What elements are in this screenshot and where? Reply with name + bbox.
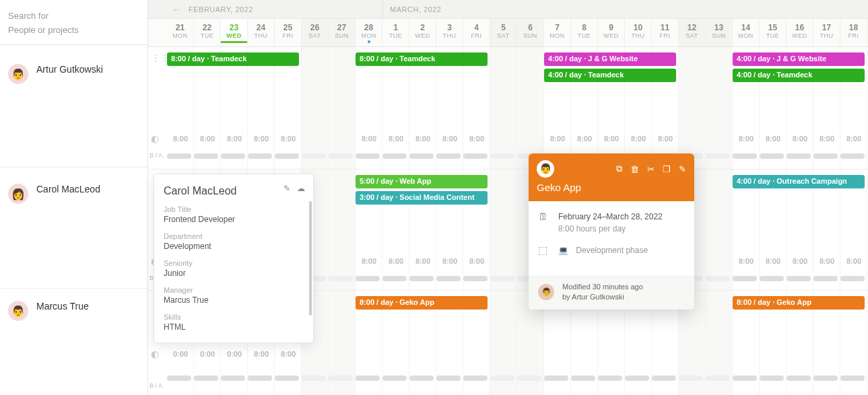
day-column[interactable]: 2WED [409, 19, 436, 46]
day-column[interactable]: 11FRI [652, 19, 679, 46]
day-column[interactable]: 4FRI [463, 19, 490, 46]
capacity-pill [409, 153, 434, 159]
capacity-pill [382, 276, 407, 281]
copy-icon[interactable]: ⧉ [616, 164, 622, 174]
capacity-pill [356, 375, 380, 381]
person-row[interactable]: 👨Marcus True [0, 289, 147, 395]
day-column[interactable]: 25FRI [275, 19, 302, 46]
moon-icon: ◐ [151, 133, 159, 144]
capacity-pill [517, 375, 541, 381]
day-column[interactable]: 9WED [598, 19, 625, 46]
day-column[interactable]: 8TUE [571, 19, 598, 46]
person-detail-card: Carol MacLeod ✎ ☁ Job TitleFrontend Deve… [154, 174, 314, 343]
day-column[interactable]: 22TUE [194, 19, 221, 46]
person-row[interactable]: 👩Carol MacLeod [0, 168, 147, 289]
capacity-pill [840, 276, 865, 281]
capacity-pill [436, 276, 461, 281]
booking-bar[interactable]: 5:00 / day · Web App [356, 175, 488, 188]
booking-bar[interactable]: 8:00 / day · Geko App [733, 296, 865, 310]
day-column[interactable]: 10THU [625, 19, 652, 46]
month-bar: ← FEBRUARY, 2022 MARCH, 2022 [148, 0, 868, 19]
capacity-pill [625, 375, 649, 381]
capacity-pill [787, 276, 811, 281]
month-label-feb: FEBRUARY, 2022 [186, 5, 253, 13]
popover-hours: 8:00 hours per day [558, 223, 663, 235]
sidebar: Search for People or projects 👨Artur Gut… [0, 0, 148, 395]
day-column[interactable]: 16WED [787, 19, 813, 46]
detail-field-label: Job Title [164, 205, 302, 213]
day-column[interactable]: 28MON [356, 19, 382, 46]
laptop-icon: 💻 [558, 246, 568, 255]
day-column[interactable]: 15TUE [760, 19, 787, 46]
capacity-pill [221, 375, 245, 381]
ba-label: B / A [149, 152, 162, 159]
cloud-icon[interactable]: ☁ [297, 184, 305, 193]
capacity-pill [302, 153, 326, 159]
capacity-pill [248, 375, 272, 381]
day-column[interactable]: 13SUN [706, 19, 733, 46]
booking-bar[interactable]: 8:00 / day · Geko App [356, 296, 488, 310]
day-column[interactable]: 24THU [248, 19, 275, 46]
day-column[interactable]: 6SUN [517, 19, 544, 46]
tag-icon: ⬚ [538, 244, 550, 256]
capacity-pill [733, 276, 757, 281]
booking-bar[interactable]: 4:00 / day · J & G Website [544, 52, 676, 66]
capacity-pill [329, 153, 353, 159]
modified-by: by Artur Gutkowski [562, 292, 643, 302]
capacity-pill [382, 375, 407, 381]
capacity-pill [813, 375, 838, 381]
day-column[interactable]: 18FRI [840, 19, 867, 46]
day-column[interactable]: 21MON [167, 19, 194, 46]
booking-bar[interactable]: 4:00 / day · J & G Website [733, 52, 865, 66]
capacity-pill [490, 276, 514, 281]
modified-time: Modified 30 minutes ago [562, 282, 643, 292]
edit-icon[interactable]: ✎ [283, 184, 290, 193]
edit-booking-icon[interactable]: ✎ [679, 164, 686, 174]
booking-popover: 👨 ⧉ 🗑 ✂ ❐ ✎ Geko App 🗓 February 24–March… [529, 153, 694, 310]
capacity-pill [329, 276, 353, 281]
capacity-pill [706, 276, 730, 281]
capacity-pill [463, 375, 488, 381]
day-column[interactable]: 27SUN [329, 19, 356, 46]
capacity-pill [275, 375, 299, 381]
popover-avatar: 👨 [537, 160, 554, 178]
cut-icon[interactable]: ✂ [647, 164, 655, 174]
modifier-avatar: 👨 [538, 284, 554, 300]
booking-bar[interactable]: 4:00 / day · Outreach Campaign [733, 175, 865, 188]
capacity-pill [463, 153, 488, 159]
scrollbar-thumb[interactable] [309, 201, 312, 316]
booking-bar[interactable]: 8:00 / day · Teamdeck [167, 52, 299, 66]
delete-icon[interactable]: 🗑 [630, 164, 639, 174]
booking-bar[interactable]: 8:00 / day · Teamdeck [356, 52, 488, 66]
capacity-pill [733, 153, 757, 159]
day-column[interactable]: 26SAT [302, 19, 329, 46]
person-row[interactable]: 👨Artur Gutkowski [0, 45, 147, 168]
prev-month-button[interactable]: ← [167, 4, 186, 15]
capacity-pill [356, 153, 380, 159]
booking-bar[interactable]: 4:00 / day · Teamdeck [733, 69, 865, 82]
day-column[interactable]: 5SAT [490, 19, 517, 46]
day-column[interactable]: 12SAT [679, 19, 706, 46]
capacity-pill [194, 375, 218, 381]
day-column[interactable]: 17THU [813, 19, 840, 46]
moon-icon: ◐ [151, 349, 159, 359]
booking-bar[interactable]: 4:00 / day · Teamdeck [544, 69, 676, 82]
day-column[interactable]: 14MON [733, 19, 760, 46]
capacity-pill [463, 276, 488, 281]
detail-field-value: Marcus True [164, 295, 302, 305]
capacity-pill [760, 276, 784, 281]
day-column[interactable]: 1TUE [382, 19, 409, 46]
booking-bar[interactable]: 3:00 / day · Social Media Content [356, 191, 488, 205]
capacity-pill [490, 375, 514, 381]
capacity-pill [544, 375, 568, 381]
capacity-pill [840, 375, 865, 381]
duplicate-icon[interactable]: ❐ [663, 164, 671, 174]
capacity-pill [679, 375, 703, 381]
day-column[interactable]: 7MON [544, 19, 571, 46]
avatar: 👩 [8, 184, 28, 204]
search-input[interactable]: Search for People or projects [0, 0, 147, 45]
detail-field-label: Department [164, 232, 302, 240]
detail-field-value: Junior [164, 268, 302, 278]
day-column[interactable]: 23WED [221, 19, 248, 46]
day-column[interactable]: 3THU [436, 19, 463, 46]
